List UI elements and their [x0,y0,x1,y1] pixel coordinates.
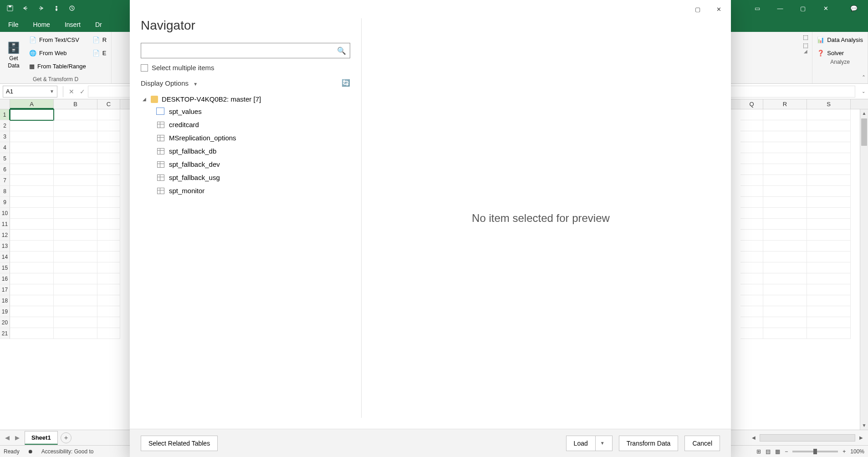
cell[interactable] [807,306,851,317]
tree-root-database[interactable]: ◢ DESKTOP-V4KQ0B2: master [7] [141,93,350,105]
redo-icon[interactable] [35,2,47,15]
cell[interactable] [807,241,851,252]
cell[interactable] [807,284,851,295]
zoom-level[interactable]: 100% [850,448,864,455]
tree-item[interactable]: spt_values [141,105,350,118]
cell[interactable] [763,328,807,339]
scroll-down-icon[interactable]: ▼ [860,421,868,430]
cell[interactable] [97,241,120,252]
cell[interactable] [54,109,97,120]
cell[interactable] [740,208,763,219]
dialog-close-icon[interactable]: ✕ [708,2,729,16]
cell[interactable] [54,120,97,131]
expand-formula-icon[interactable]: ⌄ [859,89,868,94]
touch-mode-icon[interactable] [50,2,63,15]
row-header[interactable]: 2 [0,120,10,131]
cell[interactable] [54,252,97,262]
column-header-C[interactable]: C [97,99,120,109]
cell[interactable] [10,241,54,252]
row-header[interactable]: 9 [0,197,10,208]
transform-data-button[interactable]: Transform Data [619,436,679,451]
save-icon[interactable] [4,2,16,15]
load-button[interactable]: Load ▼ [566,436,613,451]
row-header[interactable]: 20 [0,317,10,328]
cell[interactable] [10,262,54,273]
cell[interactable] [807,131,851,142]
cell[interactable] [763,142,807,153]
cell[interactable] [54,317,97,328]
partial-button-r[interactable]: 📄 R [92,34,107,46]
cell[interactable] [10,186,54,197]
enter-formula-icon[interactable]: ✓ [77,88,88,95]
cell[interactable] [97,230,120,241]
cell[interactable] [740,284,763,295]
cell[interactable] [10,120,54,131]
cell[interactable] [97,262,120,273]
cell[interactable] [807,120,851,131]
refresh-icon[interactable]: 🔄 [342,79,350,87]
view-page-layout-icon[interactable]: ▤ [766,448,771,455]
row-header[interactable]: 17 [0,284,10,295]
row-header[interactable]: 13 [0,241,10,252]
cell[interactable] [740,273,763,284]
row-header[interactable]: 16 [0,273,10,284]
cell[interactable] [763,153,807,164]
row-header[interactable]: 18 [0,295,10,306]
cell[interactable] [10,273,54,284]
cell[interactable] [97,252,120,262]
cell[interactable] [54,262,97,273]
cell[interactable] [54,230,97,241]
cell[interactable] [763,284,807,295]
cell[interactable] [807,328,851,339]
sheet-tab-1[interactable]: Sheet1 [25,431,58,445]
cell[interactable] [807,109,851,120]
partial-button-e[interactable]: 📄 E [92,47,107,59]
cell[interactable] [97,197,120,208]
cell[interactable] [740,197,763,208]
cell[interactable] [807,197,851,208]
cell[interactable] [97,208,120,219]
cancel-formula-icon[interactable]: ✕ [66,88,77,95]
cell[interactable] [807,175,851,186]
cell[interactable] [740,328,763,339]
cell[interactable] [807,262,851,273]
column-header-A[interactable]: A [10,99,54,109]
row-header[interactable]: 19 [0,306,10,317]
cell[interactable] [10,175,54,186]
cell[interactable] [763,306,807,317]
row-header[interactable]: 12 [0,230,10,241]
sheet-nav-next-icon[interactable]: ▶ [13,434,22,441]
cell[interactable] [763,230,807,241]
cell[interactable] [763,317,807,328]
cell[interactable] [740,219,763,230]
tree-item[interactable]: spt_fallback_dev [141,158,350,171]
row-header[interactable]: 10 [0,208,10,219]
cell[interactable] [97,109,120,120]
cell[interactable] [10,219,54,230]
cell[interactable] [763,164,807,175]
cell[interactable] [97,131,120,142]
cell[interactable] [97,317,120,328]
comments-icon[interactable]: 💬 [843,1,864,15]
cell[interactable] [763,262,807,273]
cell[interactable] [54,284,97,295]
zoom-slider[interactable] [792,451,838,452]
cell[interactable] [10,153,54,164]
select-all-corner[interactable] [0,99,10,109]
row-header[interactable]: 21 [0,328,10,339]
cell[interactable] [740,230,763,241]
cell[interactable] [807,317,851,328]
cell[interactable] [740,109,763,120]
cell[interactable] [10,317,54,328]
cell[interactable] [54,241,97,252]
macro-record-icon[interactable]: ⏺ [28,448,33,455]
tab-insert[interactable]: Insert [58,17,87,32]
from-table-range-button[interactable]: ▦ From Table/Range [28,60,87,72]
cell[interactable] [97,284,120,295]
cell[interactable] [54,186,97,197]
row-header[interactable]: 15 [0,262,10,273]
add-sheet-button[interactable]: ＋ [61,432,71,443]
cell[interactable] [807,164,851,175]
row-header[interactable]: 6 [0,164,10,175]
cell[interactable] [807,273,851,284]
